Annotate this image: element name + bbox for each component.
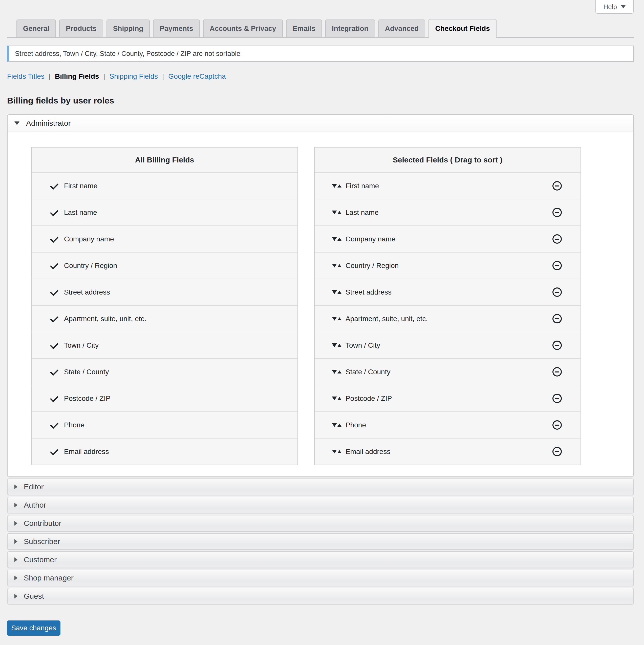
tab-products[interactable]: Products [59,19,103,37]
sort-down-triangle [332,211,337,214]
selected-fields-row-first-name[interactable]: First name [315,172,581,199]
sort-up-triangle [337,344,341,347]
subnav-link-fields-titles[interactable]: Fields Titles [7,72,44,81]
notice-banner: Street address, Town / City, State / Cou… [7,45,634,62]
all-fields-row-postcode-zip[interactable]: Postcode / ZIP [32,385,297,411]
drag-sort-icon[interactable] [332,370,341,374]
sort-down-triangle [332,370,337,374]
tab-integration[interactable]: Integration [325,19,375,37]
selected-fields-row-email-address[interactable]: Email address [315,438,581,465]
field-label: First name [345,182,379,190]
selected-fields-row-town-city[interactable]: Town / City [315,332,581,358]
all-fields-row-company-name[interactable]: Company name [32,225,297,252]
caret-down-icon [14,122,19,125]
tab-advanced[interactable]: Advanced [378,19,425,37]
remove-field-icon[interactable] [553,367,562,377]
selected-fields-row-postcode-zip[interactable]: Postcode / ZIP [315,385,581,411]
page-title: Billing fields by user roles [7,95,634,106]
drag-sort-icon[interactable] [332,237,341,241]
all-fields-row-last-name[interactable]: Last name [32,199,297,225]
all-fields-row-first-name[interactable]: First name [32,172,297,199]
selected-fields-row-state-county[interactable]: State / County [315,358,581,385]
tab-accounts-privacy[interactable]: Accounts & Privacy [203,19,283,37]
caret-right-icon [14,558,17,562]
selected-fields-row-street-address[interactable]: Street address [315,278,581,305]
accordion-header-editor[interactable]: Editor [7,478,634,495]
caret-right-icon [14,521,17,525]
remove-field-icon[interactable] [553,394,562,403]
remove-field-icon[interactable] [553,261,562,270]
tab-shipping[interactable]: Shipping [106,19,150,37]
selected-fields-row-last-name[interactable]: Last name [315,199,581,225]
sort-down-triangle [332,264,337,267]
tab-general[interactable]: General [16,19,56,37]
caret-right-icon [14,576,17,580]
selected-fields-row-company-name[interactable]: Company name [315,225,581,252]
remove-field-icon[interactable] [553,447,562,456]
field-label: Company name [345,235,396,243]
all-fields-row-country-region[interactable]: Country / Region [32,252,297,278]
accordion-header-guest[interactable]: Guest [7,588,634,605]
subnav-link-shipping-fields[interactable]: Shipping Fields [109,72,158,81]
field-label: Street address [64,288,110,296]
selected-fields-row-phone[interactable]: Phone [315,411,581,438]
field-label: Apartment, suite, unit, etc. [64,315,146,323]
all-fields-row-phone[interactable]: Phone [32,411,297,438]
settings-tabbar: GeneralProductsShippingPaymentsAccounts … [7,0,634,38]
accordion-header-shop-manager[interactable]: Shop manager [7,570,634,586]
accordion-header-subscriber[interactable]: Subscriber [7,533,634,550]
subnav-link-billing-fields[interactable]: Billing Fields [55,72,99,81]
remove-field-icon[interactable] [553,341,562,350]
role-label: Editor [24,482,43,491]
accordion-header-customer[interactable]: Customer [7,552,634,568]
all-fields-row-street-address[interactable]: Street address [32,278,297,305]
drag-sort-icon[interactable] [332,397,341,400]
accordion-header-author[interactable]: Author [7,497,634,513]
drag-sort-icon[interactable] [332,290,341,294]
all-fields-row-apartment-suite-unit-etc[interactable]: Apartment, suite, unit, etc. [32,305,297,332]
selected-fields-row-apartment-suite-unit-etc[interactable]: Apartment, suite, unit, etc. [315,305,581,332]
tab-checkout-fields[interactable]: Checkout Fields [428,19,496,38]
remove-field-icon[interactable] [553,314,562,324]
drag-sort-icon[interactable] [332,184,341,188]
check-icon [50,261,58,269]
accordion-label: Administrator [26,119,71,128]
remove-field-icon[interactable] [553,420,562,430]
sort-down-triangle [332,450,337,453]
subnav-separator: | [162,72,164,81]
notice-text: Street address, Town / City, State / Cou… [15,50,240,58]
remove-field-icon[interactable] [553,287,562,297]
field-label: Email address [64,448,109,456]
drag-sort-icon[interactable] [332,423,341,427]
tab-emails[interactable]: Emails [286,19,322,37]
sort-up-triangle [337,424,341,427]
field-label: First name [64,182,97,190]
selected-fields-row-country-region[interactable]: Country / Region [315,252,581,278]
remove-field-icon[interactable] [553,234,562,244]
field-label: Phone [64,421,84,429]
accordion-header-administrator[interactable]: Administrator [7,115,634,132]
all-fields-row-state-county[interactable]: State / County [32,358,297,385]
field-label: State / County [64,368,109,376]
sort-down-triangle [332,184,337,188]
drag-sort-icon[interactable] [332,264,341,267]
all-fields-row-town-city[interactable]: Town / City [32,332,297,358]
accordion-header-contributor[interactable]: Contributor [7,515,634,531]
all-fields-row-email-address[interactable]: Email address [32,438,297,465]
save-changes-button[interactable]: Save changes [7,620,60,636]
help-button[interactable]: Help [595,0,634,14]
drag-sort-icon[interactable] [332,450,341,453]
remove-field-icon[interactable] [553,208,562,217]
drag-sort-icon[interactable] [332,317,341,320]
drag-sort-icon[interactable] [332,211,341,214]
caret-right-icon [14,594,17,599]
sort-up-triangle [337,211,341,214]
subnav-link-google-recaptcha[interactable]: Google reCaptcha [168,72,226,81]
tab-payments[interactable]: Payments [153,19,200,37]
field-label: Company name [64,235,114,243]
sort-up-triangle [337,371,341,374]
drag-sort-icon[interactable] [332,344,341,347]
subnav-separator: | [49,72,51,81]
field-label: Town / City [64,341,99,350]
remove-field-icon[interactable] [553,181,562,191]
